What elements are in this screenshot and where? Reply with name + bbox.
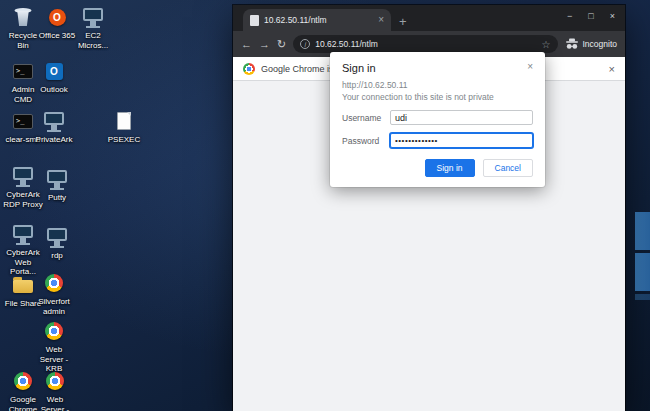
incognito-label: Incognito <box>583 39 618 49</box>
start-tile[interactable] <box>635 212 650 250</box>
office365-icon <box>44 4 70 30</box>
desktop: Recycle Bin Office 365 EC2 Micros... Adm… <box>0 0 650 411</box>
chrome-icon <box>41 318 67 344</box>
desktop-icon-label: PrivateArk <box>33 135 75 145</box>
chrome-icon <box>10 368 36 394</box>
back-button[interactable]: ← <box>241 39 252 50</box>
desktop-icon-putty[interactable]: Putty <box>36 166 78 203</box>
remote-computer-icon <box>10 221 36 247</box>
desktop-icon-label: Outlook <box>33 85 75 95</box>
site-info-icon[interactable]: i <box>300 39 310 49</box>
username-label: Username <box>342 113 390 123</box>
desktop-icon-psexec[interactable]: PSEXEC <box>103 108 145 145</box>
desktop-icon-label: Silverfort admin <box>33 297 75 316</box>
document-icon <box>111 108 137 134</box>
forward-button[interactable]: → <box>259 39 270 50</box>
cancel-button[interactable]: Cancel <box>483 159 533 177</box>
outlook-icon <box>41 58 67 84</box>
desktop-icon-outlook[interactable]: Outlook <box>33 58 75 95</box>
remote-computer-icon <box>10 163 36 189</box>
window-close-button[interactable]: × <box>610 12 615 21</box>
recycle-bin-icon <box>10 4 36 30</box>
desktop-icon-label: EC2 Micros... <box>72 31 114 50</box>
browser-tab[interactable]: 10.62.50.11/ntlm × <box>243 9 391 31</box>
dialog-close-icon[interactable]: × <box>527 62 533 72</box>
tab-title: 10.62.50.11/ntlm <box>264 15 373 25</box>
incognito-badge: Incognito <box>565 38 618 50</box>
incognito-icon <box>565 38 579 50</box>
tab-close-icon[interactable]: × <box>378 15 384 25</box>
signin-dialog: Sign in × http://10.62.50.11 Your connec… <box>330 52 545 187</box>
password-field[interactable] <box>390 133 533 148</box>
remote-computer-icon <box>41 108 67 134</box>
desktop-icon-rdp[interactable]: rdp <box>36 224 78 261</box>
dialog-site-url: http://10.62.50.11 <box>342 80 533 90</box>
desktop-icon-web-server-ntlm[interactable]: Web Server - NTLM <box>34 368 76 411</box>
chrome-icon <box>42 368 68 394</box>
desktop-icon-label: Web Server - NTLM <box>34 395 76 411</box>
desktop-icon-privateark[interactable]: PrivateArk <box>33 108 75 145</box>
desktop-icon-ec2[interactable]: EC2 Micros... <box>72 4 114 50</box>
desktop-icon-label: PSEXEC <box>103 135 145 145</box>
maximize-button[interactable]: □ <box>588 12 593 21</box>
desktop-icon-label: Putty <box>36 193 78 203</box>
remote-computer-icon <box>80 4 106 30</box>
desktop-icon-silverfort-admin[interactable]: Silverfort admin <box>33 270 75 316</box>
username-field[interactable] <box>390 110 533 125</box>
password-label: Password <box>342 136 390 146</box>
address-url: 10.62.50.11/ntlm <box>315 39 536 49</box>
tab-strip: 10.62.50.11/ntlm × + − □ × <box>233 5 625 31</box>
new-tab-button[interactable]: + <box>399 15 407 28</box>
start-tile[interactable] <box>635 253 650 291</box>
signin-button[interactable]: Sign in <box>425 159 475 177</box>
dialog-privacy-warning: Your connection to this site is not priv… <box>342 92 533 102</box>
remote-computer-icon <box>44 224 70 250</box>
window-controls: − □ × <box>567 12 615 21</box>
address-bar[interactable]: i 10.62.50.11/ntlm ☆ <box>293 35 557 53</box>
chrome-logo-icon <box>243 63 255 75</box>
desktop-icon-web-server-krb[interactable]: Web Server - KRB <box>33 318 75 374</box>
tab-favicon-icon <box>250 15 259 26</box>
infobar-close-icon[interactable]: × <box>609 63 615 75</box>
desktop-icon-label: rdp <box>36 251 78 261</box>
minimize-button[interactable]: − <box>567 12 572 21</box>
dialog-title: Sign in <box>342 62 527 74</box>
bookmark-star-icon[interactable]: ☆ <box>542 39 551 50</box>
chrome-icon <box>41 270 67 296</box>
remote-computer-icon <box>44 166 70 192</box>
refresh-button[interactable]: ↻ <box>277 39 286 50</box>
start-tile <box>635 294 650 300</box>
